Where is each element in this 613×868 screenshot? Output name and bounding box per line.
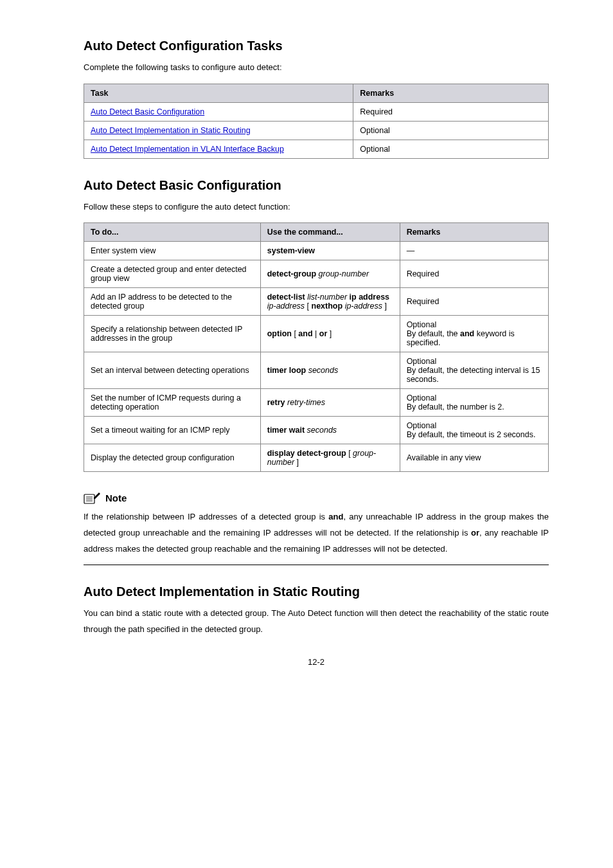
cell-remarks: OptionalBy default, the and keyword is s…: [400, 316, 548, 352]
heading-basic-config: Auto Detect Basic Configuration: [84, 178, 549, 193]
cell-command: retry retry-times: [260, 389, 400, 417]
table-row: Auto Detect Implementation in Static Rou…: [84, 121, 549, 140]
note-label: Note: [105, 493, 127, 503]
heading-config-tasks: Auto Detect Configuration Tasks: [84, 39, 549, 53]
cell-remarks: OptionalBy default, the timeout is 2 sec…: [400, 417, 548, 444]
cmd-header-use: Use the command...: [260, 223, 400, 242]
note-body: If the relationship between IP addresses…: [84, 509, 549, 557]
table-row: Auto Detect Implementation in VLAN Inter…: [84, 140, 549, 158]
link-vlan-backup[interactable]: Auto Detect Implementation in VLAN Inter…: [91, 145, 284, 154]
cell-remarks: Required: [400, 260, 548, 288]
intro-paragraph-2: Follow these steps to configure the auto…: [84, 199, 549, 215]
cell-command: detect-list list-number ip address ip-ad…: [260, 288, 400, 316]
cell-todo: Set a timeout waiting for an ICMP reply: [84, 417, 261, 444]
tasks-header-task: Task: [84, 84, 353, 102]
note-divider: [84, 565, 549, 565]
cell-todo: Add an IP address to be detected to the …: [84, 288, 261, 316]
note-heading: Note: [84, 491, 549, 504]
cell-remarks: Required: [353, 102, 549, 121]
table-row: Set an interval between detecting operat…: [84, 352, 549, 389]
cell-command: timer loop seconds: [260, 352, 400, 389]
table-row: Set the number of ICMP requests during a…: [84, 389, 549, 417]
cell-todo: Set the number of ICMP requests during a…: [84, 389, 261, 417]
intro-paragraph-1: Complete the following tasks to configur…: [84, 60, 549, 76]
commands-table: To do... Use the command... Remarks Ente…: [84, 222, 549, 472]
table-row: Add an IP address to be detected to the …: [84, 288, 549, 316]
cell-command: detect-group group-number: [260, 260, 400, 288]
cell-todo: Enter system view: [84, 242, 261, 260]
table-row: Set a timeout waiting for an ICMP replyt…: [84, 417, 549, 444]
cell-remarks: Available in any view: [400, 444, 548, 472]
page-number: 12-2: [84, 657, 549, 667]
table-row: Specify a relationship between detected …: [84, 316, 549, 352]
note-icon: [84, 491, 102, 504]
tasks-header-remarks: Remarks: [353, 84, 549, 102]
cell-todo: Set an interval between detecting operat…: [84, 352, 261, 389]
cmd-header-todo: To do...: [84, 223, 261, 242]
cell-todo: Specify a relationship between detected …: [84, 316, 261, 352]
cell-remarks: Optional: [353, 121, 549, 140]
cell-command: system-view: [260, 242, 400, 260]
cell-remarks: Required: [400, 288, 548, 316]
link-static-routing[interactable]: Auto Detect Implementation in Static Rou…: [91, 126, 251, 135]
table-row: Create a detected group and enter detect…: [84, 260, 549, 288]
cell-remarks: Optional: [353, 140, 549, 158]
cell-remarks: OptionalBy default, the number is 2.: [400, 389, 548, 417]
cell-todo: Create a detected group and enter detect…: [84, 260, 261, 288]
tasks-table: Task Remarks Auto Detect Basic Configura…: [84, 84, 549, 159]
note-block: Note If the relationship between IP addr…: [84, 491, 549, 557]
cell-command: option [ and | or ]: [260, 316, 400, 352]
cell-remarks: —: [400, 242, 548, 260]
paragraph-static-routing: You can bind a static route with a detec…: [84, 606, 549, 637]
cell-todo: Display the detected group configuration: [84, 444, 261, 472]
cell-command: timer wait seconds: [260, 417, 400, 444]
link-basic-config[interactable]: Auto Detect Basic Configuration: [91, 107, 204, 116]
heading-static-routing: Auto Detect Implementation in Static Rou…: [84, 584, 549, 599]
cmd-header-remarks: Remarks: [400, 223, 548, 242]
table-row: Display the detected group configuration…: [84, 444, 549, 472]
cell-command: display detect-group [ group-number ]: [260, 444, 400, 472]
table-row: Enter system viewsystem-view—: [84, 242, 549, 260]
table-row: Auto Detect Basic Configuration Required: [84, 102, 549, 121]
cell-remarks: OptionalBy default, the detecting interv…: [400, 352, 548, 389]
